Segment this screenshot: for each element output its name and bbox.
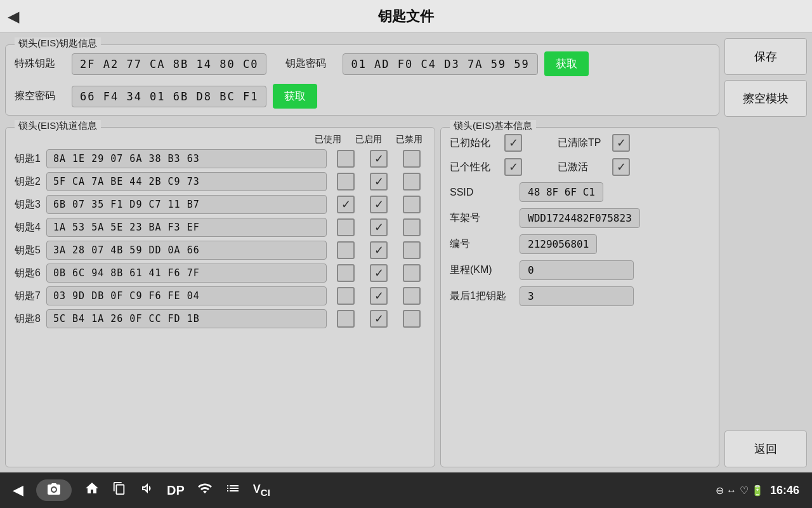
erase-password-label: 擦空密码	[15, 90, 65, 103]
enabled-checkbox-8[interactable]	[370, 310, 388, 328]
enabled-checkbox-5[interactable]	[370, 241, 388, 259]
key-info-panel: 锁头(EIS)钥匙信息 特殊钥匙 2F A2 77 CA 8B 14 80 C0…	[5, 44, 719, 116]
initialized-checkbox[interactable]	[504, 134, 522, 152]
enabled-checkbox-1[interactable]	[370, 150, 388, 168]
list-icon[interactable]	[225, 481, 240, 500]
activated-checkbox[interactable]	[612, 158, 630, 176]
return-button[interactable]: 返回	[724, 431, 807, 467]
track-hex-5: 3A 28 07 4B 59 DD 0A 66	[46, 241, 327, 260]
erase-module-button[interactable]: 擦空模块	[724, 80, 807, 117]
track-row: 钥匙703 9D DB 0F C9 F6 FE 04	[15, 286, 426, 305]
track-hex-7: 03 9D DB 0F C9 F6 FE 04	[46, 286, 327, 305]
disabled-checkbox-2[interactable]	[403, 173, 421, 190]
title-bar: ◀ 钥匙文件	[0, 0, 812, 33]
disabled-checkbox-8[interactable]	[403, 310, 421, 328]
track-panel-title: 锁头(EIS)轨道信息	[15, 120, 101, 132]
track-row: 钥匙85C B4 1A 26 0F CC FD 1B	[15, 309, 426, 328]
disabled-checkbox-1[interactable]	[403, 150, 421, 168]
volume-icon[interactable]	[139, 481, 154, 500]
track-key-label-7: 钥匙7	[15, 290, 41, 303]
activated-label: 已激活	[558, 161, 608, 174]
header-enabled: 已启用	[355, 134, 383, 145]
used-checkbox-3[interactable]	[337, 196, 355, 213]
key-password-value: 01 AD F0 C4 D3 7A 59 59	[343, 53, 537, 75]
last-key-value: 3	[520, 286, 634, 306]
used-cell-3	[332, 196, 360, 213]
mileage-label: 里程(KM)	[450, 264, 513, 277]
enabled-cell-7	[365, 287, 393, 305]
vci-icon[interactable]: VCI	[253, 483, 270, 498]
disabled-checkbox-3[interactable]	[403, 196, 421, 213]
used-checkbox-2[interactable]	[337, 173, 355, 190]
key-info-title: 锁头(EIS)钥匙信息	[15, 37, 101, 50]
nav-back-icon[interactable]: ◀	[13, 482, 23, 498]
used-checkbox-1[interactable]	[337, 150, 355, 168]
copy-icon[interactable]	[112, 481, 126, 499]
track-hex-2: 5F CA 7A BE 44 2B C9 73	[46, 172, 327, 191]
used-checkbox-5[interactable]	[337, 241, 355, 259]
cleared-tp-checkbox[interactable]	[612, 134, 630, 152]
right-sidebar: 保存 擦空模块 返回	[724, 38, 807, 467]
track-row: 钥匙41A 53 5A 5E 23 BA F3 EF	[15, 218, 426, 237]
back-button[interactable]: ◀	[8, 8, 19, 25]
disabled-checkbox-5[interactable]	[403, 241, 421, 259]
disabled-cell-2	[398, 173, 426, 190]
personalized-checkbox[interactable]	[504, 158, 522, 176]
vin-row: 车架号 WDD1724482F075823	[450, 208, 710, 228]
enabled-checkbox-2[interactable]	[370, 173, 388, 190]
track-hex-8: 5C B4 1A 26 0F CC FD 1B	[46, 309, 327, 328]
dp-icon[interactable]: DP	[167, 483, 185, 498]
initialized-row: 已初始化 已清除TP	[450, 134, 710, 152]
track-row: 钥匙60B 6C 94 8B 61 41 F6 7F	[15, 264, 426, 283]
used-cell-2	[332, 173, 360, 190]
personalized-label: 已个性化	[450, 161, 501, 174]
ssid-label: SSID	[450, 187, 513, 198]
save-button[interactable]: 保存	[724, 38, 807, 75]
used-cell-8	[332, 310, 360, 328]
track-key-label-5: 钥匙5	[15, 244, 41, 257]
enabled-cell-3	[365, 196, 393, 213]
track-key-label-3: 钥匙3	[15, 198, 41, 211]
used-cell-1	[332, 150, 360, 168]
disabled-cell-3	[398, 196, 426, 213]
track-row: 钥匙25F CA 7A BE 44 2B C9 73	[15, 172, 426, 191]
camera-icon[interactable]	[36, 479, 72, 501]
home-icon[interactable]	[84, 481, 100, 500]
enabled-checkbox-4[interactable]	[370, 218, 388, 236]
time-display: 16:46	[770, 484, 799, 497]
signal-icons: ⊖ ↔ ♡ 🔋	[716, 485, 764, 497]
top-buttons: 保存 擦空模块	[724, 38, 807, 117]
used-cell-7	[332, 287, 360, 305]
enabled-checkbox-6[interactable]	[370, 264, 388, 282]
left-panels: 锁头(EIS)钥匙信息 特殊钥匙 2F A2 77 CA 8B 14 80 C0…	[5, 38, 719, 467]
track-key-label-8: 钥匙8	[15, 312, 41, 326]
header-used: 已使用	[314, 134, 342, 145]
disabled-checkbox-7[interactable]	[403, 287, 421, 305]
page-title: 钥匙文件	[378, 7, 434, 26]
used-checkbox-8[interactable]	[337, 310, 355, 328]
get-button-1[interactable]: 获取	[544, 51, 589, 76]
vin-value: WDD1724482F075823	[520, 208, 640, 228]
disabled-cell-5	[398, 241, 426, 259]
disabled-checkbox-6[interactable]	[403, 264, 421, 282]
track-hex-6: 0B 6C 94 8B 61 41 F6 7F	[46, 264, 327, 283]
key-password-label: 钥匙密码	[285, 57, 336, 70]
wifi-icon[interactable]	[197, 481, 213, 500]
enabled-checkbox-3[interactable]	[370, 196, 388, 213]
initialized-label: 已初始化	[450, 137, 501, 150]
number-value: 2129056801	[520, 234, 597, 254]
used-checkbox-6[interactable]	[337, 264, 355, 282]
last-key-label: 最后1把钥匙	[450, 290, 513, 303]
personalized-group: 已个性化	[450, 158, 551, 176]
disabled-checkbox-4[interactable]	[403, 218, 421, 236]
get-button-2[interactable]: 获取	[273, 84, 317, 109]
enabled-checkbox-7[interactable]	[370, 287, 388, 305]
main-content: 锁头(EIS)钥匙信息 特殊钥匙 2F A2 77 CA 8B 14 80 C0…	[0, 33, 812, 472]
header-disabled: 已禁用	[395, 134, 423, 145]
basic-info-panel: 锁头(EIS)基本信息 已初始化 已清除TP 已个性化	[440, 127, 719, 467]
disabled-cell-6	[398, 264, 426, 282]
used-checkbox-4[interactable]	[337, 218, 355, 236]
activated-group: 已激活	[558, 158, 659, 176]
disabled-cell-4	[398, 218, 426, 236]
used-checkbox-7[interactable]	[337, 287, 355, 305]
